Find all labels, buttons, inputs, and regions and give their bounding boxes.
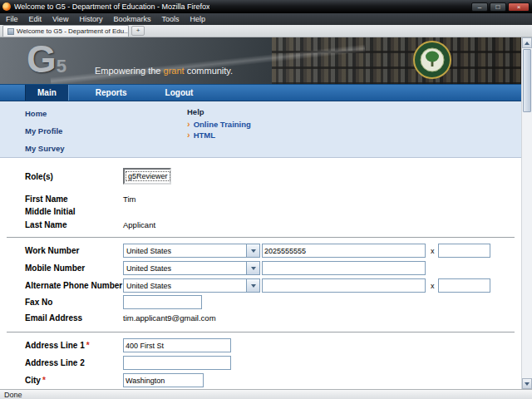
- menu-bar: File Edit View History Bookmarks Tools H…: [0, 13, 532, 25]
- alt-phone-label: Alternate Phone Number: [25, 281, 123, 290]
- address2-label: Address Line 2: [25, 358, 123, 367]
- email-value: tim.applicant9@gmail.com: [123, 313, 216, 323]
- work-number-row: Work Number United States x: [0, 242, 521, 259]
- work-ext-input[interactable]: [438, 244, 490, 258]
- roles-row: Role(s) g5Reviewer: [0, 166, 521, 186]
- mobile-country-select[interactable]: United States: [123, 261, 260, 275]
- tab-bar: Welcome to G5 - Department of Edu... +: [0, 25, 532, 37]
- scroll-up-icon[interactable]: [522, 37, 532, 48]
- alt-phone-country-select[interactable]: United States: [123, 278, 260, 293]
- middle-initial-label: Middle Initial: [25, 207, 123, 216]
- menu-bookmarks[interactable]: Bookmarks: [113, 15, 150, 23]
- required-marker: *: [86, 341, 90, 350]
- mobile-number-input[interactable]: [262, 261, 426, 275]
- work-ext-label: x: [431, 247, 435, 255]
- profile-form: Role(s) g5Reviewer First Name Tim Middle…: [0, 158, 521, 389]
- address2-input[interactable]: [123, 356, 231, 370]
- menu-file[interactable]: File: [6, 15, 18, 23]
- address2-row: Address Line 2: [0, 354, 521, 372]
- address1-row: Address Line 1*: [0, 337, 521, 354]
- page-viewport: G 5 Empowering the grant community. Main…: [0, 37, 532, 389]
- fax-row: Fax No: [0, 294, 521, 310]
- vertical-scrollbar[interactable]: [521, 37, 532, 389]
- link-html[interactable]: HTML: [194, 131, 215, 140]
- menu-history[interactable]: History: [79, 15, 102, 23]
- alt-phone-input[interactable]: [262, 278, 426, 293]
- browser-window: Welcome to G5 - Department of Education …: [0, 0, 532, 399]
- chevron-down-icon: [246, 279, 259, 292]
- fax-input[interactable]: [123, 295, 202, 309]
- tab-favicon-icon: [7, 28, 14, 35]
- chevron-down-icon: [246, 262, 259, 274]
- work-number-input[interactable]: [262, 244, 426, 258]
- arrow-icon: ›: [187, 121, 190, 128]
- menu-tools[interactable]: Tools: [161, 15, 179, 23]
- divider: [7, 237, 515, 238]
- email-label: Email Address: [25, 313, 123, 323]
- roles-label: Role(s): [25, 172, 123, 181]
- title-bar: Welcome to G5 - Department of Education …: [0, 0, 532, 13]
- status-text: Done: [4, 391, 22, 399]
- new-tab-button[interactable]: +: [131, 26, 145, 36]
- email-row: Email Address tim.applicant9@gmail.com: [0, 310, 521, 326]
- page-content: G 5 Empowering the grant community. Main…: [0, 37, 521, 389]
- menu-view[interactable]: View: [52, 15, 68, 23]
- link-my-profile[interactable]: My Profile: [25, 126, 65, 135]
- last-name-row: Last Name Applicant: [0, 218, 521, 231]
- first-name-value: Tim: [123, 195, 135, 204]
- middle-initial-row: Middle Initial: [0, 205, 521, 218]
- department-of-education-seal-icon: [413, 41, 451, 79]
- work-number-label: Work Number: [25, 246, 123, 255]
- divider: [7, 332, 515, 332]
- work-country-select[interactable]: United States: [123, 244, 260, 258]
- tab-main[interactable]: Main: [25, 85, 69, 101]
- first-name-row: First Name Tim: [0, 193, 521, 205]
- roles-listbox[interactable]: g5Reviewer: [123, 168, 171, 185]
- menu-edit[interactable]: Edit: [29, 15, 42, 23]
- mobile-number-row: Mobile Number United States: [0, 259, 521, 277]
- link-my-survey[interactable]: My Survey: [25, 144, 65, 153]
- status-bar: Done: [0, 389, 532, 399]
- mobile-number-label: Mobile Number: [25, 264, 123, 273]
- roles-selected-item[interactable]: g5Reviewer: [126, 171, 170, 181]
- city-label: City*: [25, 376, 123, 385]
- g5-banner: G 5 Empowering the grant community.: [0, 37, 521, 84]
- window-title: Welcome to G5 - Department of Education …: [14, 2, 209, 11]
- banner-tagline: Empowering the grant community.: [95, 66, 233, 76]
- required-marker: *: [42, 376, 46, 385]
- tab-logout[interactable]: Logout: [154, 85, 205, 101]
- city-input[interactable]: [123, 373, 204, 387]
- alt-phone-row: Alternate Phone Number United States x: [0, 277, 521, 294]
- menu-help[interactable]: Help: [190, 15, 205, 23]
- tab-reports[interactable]: Reports: [84, 85, 139, 101]
- arrow-icon: ›: [187, 131, 190, 139]
- scrollbar-track[interactable]: [522, 113, 532, 378]
- g5-logo: G 5: [27, 37, 66, 81]
- alt-ext-label: x: [431, 282, 435, 290]
- alt-ext-input[interactable]: [438, 278, 490, 293]
- minimize-button[interactable]: –: [471, 2, 488, 12]
- city-row: City*: [0, 372, 521, 389]
- address1-input[interactable]: [123, 338, 231, 352]
- quicklinks-panel: Home My Profile My Survey Help › Online …: [0, 101, 521, 158]
- help-heading: Help: [187, 107, 251, 116]
- bookshelf-texture: [272, 37, 521, 84]
- tab-title: Welcome to G5 - Department of Edu...: [17, 27, 129, 35]
- browser-tab[interactable]: Welcome to G5 - Department of Edu...: [2, 25, 129, 37]
- last-name-label: Last Name: [25, 220, 123, 229]
- scroll-down-icon[interactable]: [522, 378, 532, 389]
- last-name-value: Applicant: [123, 220, 155, 229]
- address1-label: Address Line 1*: [25, 341, 123, 350]
- chevron-down-icon: [246, 244, 259, 257]
- maximize-button[interactable]: □: [490, 2, 506, 12]
- close-button[interactable]: ×: [508, 2, 530, 12]
- link-home[interactable]: Home: [25, 109, 65, 118]
- link-online-training[interactable]: Online Training: [194, 120, 251, 129]
- fax-label: Fax No: [25, 298, 123, 307]
- main-nav: Main Reports Logout: [0, 84, 521, 101]
- scrollbar-thumb[interactable]: [523, 49, 531, 112]
- first-name-label: First Name: [25, 195, 123, 204]
- firefox-icon: [2, 2, 11, 11]
